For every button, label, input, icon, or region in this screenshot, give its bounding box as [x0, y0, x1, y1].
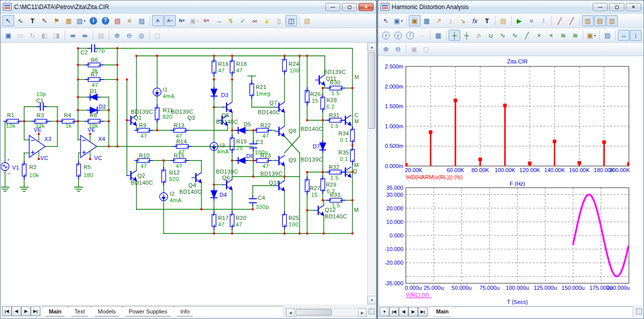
- wire-mode-tool[interactable]: ∿: [15, 15, 26, 26]
- last-page-button[interactable]: ▶|: [31, 306, 40, 316]
- prev-plot-button[interactable]: ◀: [399, 307, 408, 316]
- part-R19[interactable]: [230, 135, 234, 153]
- minimize-button[interactable]: —: [593, 3, 608, 11]
- schematic-hscrollbar[interactable]: ◀ ▶: [285, 308, 367, 316]
- show-node-voltages-toggle[interactable]: A~: [164, 15, 176, 26]
- part-gnd1[interactable]: [1, 187, 9, 191]
- schematic-canvas[interactable]: +−R110kR333kR41k10pC1V1R210kX3VEVCX4VEVC…: [1, 43, 376, 304]
- show-node-names-toggle[interactable]: A: [152, 15, 164, 26]
- part-D3[interactable]: [211, 87, 217, 99]
- scroll-up-button[interactable]: ▲: [368, 43, 376, 51]
- select-tool[interactable]: ↖: [3, 15, 14, 26]
- vertical-scale[interactable]: ↕: [445, 15, 457, 26]
- part-R29[interactable]: [321, 176, 325, 194]
- data-point-grid[interactable]: ▦: [433, 30, 444, 41]
- shape-picker-dropdown[interactable]: ▾: [84, 19, 86, 23]
- y-axis-settings[interactable]: y: [392, 30, 404, 41]
- border-select-toggle[interactable]: ◫: [285, 15, 297, 26]
- part-R26[interactable]: [305, 88, 309, 106]
- go-to-high[interactable]: ∿: [497, 30, 509, 41]
- part-C4[interactable]: [249, 196, 256, 206]
- rotate-disabled[interactable]: ↻: [27, 30, 38, 41]
- part-Q9[interactable]: [275, 155, 284, 166]
- part-R25[interactable]: [282, 211, 287, 229]
- panel-right-toggle[interactable]: ▥: [606, 15, 618, 26]
- part-Q2[interactable]: [127, 171, 136, 181]
- component-list-icon[interactable]: ≡: [124, 15, 135, 26]
- stop-button[interactable]: ■: [526, 15, 537, 26]
- show-node-numbers-toggle[interactable]: N+: [176, 15, 188, 26]
- show-voltages-toggle[interactable]: V+: [201, 15, 212, 26]
- part-R2[interactable]: [22, 161, 26, 179]
- flag-tool[interactable]: ⚑: [51, 15, 62, 26]
- tab-info[interactable]: Info: [174, 306, 196, 316]
- help-mode[interactable]: ?: [100, 15, 111, 26]
- box-select-tool[interactable]: ▣: [3, 30, 14, 41]
- first-plot-button[interactable]: |◀: [389, 307, 399, 316]
- part-Q11[interactable]: [315, 75, 325, 85]
- curve-family-2[interactable]: ≋: [569, 30, 581, 41]
- part-D7[interactable]: [320, 140, 326, 152]
- next-plot-button[interactable]: ▶: [408, 307, 418, 316]
- part-R16[interactable]: [212, 58, 216, 76]
- search-disabled[interactable]: ○: [416, 30, 428, 41]
- run-button[interactable]: ▶: [514, 15, 525, 26]
- model-check-icon[interactable]: ▤: [112, 15, 123, 26]
- last-plot-button[interactable]: ▶|: [418, 307, 427, 316]
- part-R5[interactable]: [77, 161, 81, 179]
- maximize-button[interactable]: ▢: [609, 3, 624, 11]
- zoom-in-button[interactable]: ⊕: [380, 44, 392, 55]
- zoom-out-button[interactable]: ⊖: [123, 30, 135, 41]
- paste-curve[interactable]: ▣▾: [586, 30, 597, 41]
- show-conditions-toggle[interactable]: ✓: [237, 15, 249, 26]
- show-power-toggle[interactable]: ↯: [225, 15, 237, 26]
- log-slope-tool[interactable]: ╱: [566, 15, 578, 26]
- part-R7[interactable]: [85, 77, 103, 82]
- part-R21[interactable]: [250, 81, 254, 99]
- cursor-vertical-toggle[interactable]: ┼: [461, 30, 472, 41]
- auto-scale[interactable]: ↗: [433, 15, 445, 26]
- show-currents-toggle[interactable]: →: [213, 15, 225, 26]
- part-R9[interactable]: [134, 128, 153, 132]
- tab-models[interactable]: Models: [91, 306, 122, 316]
- zoom-100-button[interactable]: ◎: [135, 30, 147, 41]
- part-R33[interactable]: [327, 198, 345, 202]
- part-I2[interactable]: [160, 193, 168, 201]
- pan-y-mode[interactable]: ↕: [630, 30, 641, 41]
- x-axis-settings[interactable]: x: [380, 30, 392, 41]
- part-I1[interactable]: [153, 88, 161, 96]
- part-R24[interactable]: [282, 56, 287, 74]
- prev-page-button[interactable]: ◀: [12, 306, 21, 316]
- part-R22[interactable]: [253, 128, 271, 132]
- part-R20[interactable]: [230, 211, 234, 229]
- cascade-disabled[interactable]: ▣: [408, 44, 420, 55]
- select-tool[interactable]: ↖: [380, 15, 392, 26]
- panel-rows-toggle[interactable]: ▤: [594, 15, 606, 26]
- paste-curve-dropdown[interactable]: ▾: [594, 34, 596, 37]
- region-tool-disabled[interactable]: ▭: [15, 30, 26, 41]
- part-Q6[interactable]: [223, 180, 232, 190]
- find-part-button[interactable]: ∞: [67, 30, 79, 41]
- graphics-tool[interactable]: ✎: [39, 15, 50, 26]
- info-mode[interactable]: i: [88, 15, 99, 26]
- curve-cross-1[interactable]: ×: [533, 30, 545, 41]
- diagonal-scale[interactable]: ↘: [457, 15, 469, 26]
- part-R27[interactable]: [305, 177, 309, 195]
- scroll-left-button[interactable]: ◀: [286, 308, 295, 317]
- shape-picker[interactable]: ▧▾: [75, 15, 87, 26]
- copy-picture-disabled[interactable]: ▣▾: [188, 15, 200, 26]
- clipboard-tool[interactable]: ▣▾: [392, 15, 404, 26]
- tile-disabled[interactable]: ▢: [420, 44, 432, 55]
- hscroll-thumb[interactable]: [296, 309, 332, 315]
- function-settings[interactable]: f: [404, 30, 416, 41]
- formula-text-tool[interactable]: fx: [469, 15, 481, 26]
- part-Q5[interactable]: [223, 102, 232, 112]
- part-Q8[interactable]: [275, 126, 284, 136]
- zoom-window-mode[interactable]: ▣: [409, 15, 420, 26]
- part-V1[interactable]: +−: [1, 157, 11, 177]
- next-page-button[interactable]: ▶: [21, 306, 31, 316]
- part-QX1[interactable]: [341, 115, 351, 125]
- go-to-valley[interactable]: ∪: [485, 30, 496, 41]
- maximize-button[interactable]: ▢: [342, 3, 357, 11]
- part-gnd2[interactable]: [20, 187, 28, 191]
